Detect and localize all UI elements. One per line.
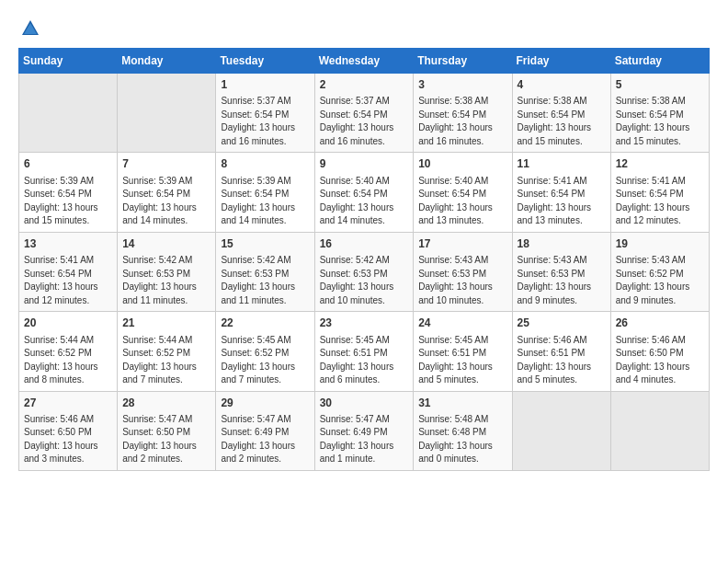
weekday-header-tuesday: Tuesday (216, 49, 314, 74)
calendar-cell: 7Sunrise: 5:39 AM Sunset: 6:54 PM Daylig… (118, 153, 216, 232)
day-number: 25 (518, 316, 606, 331)
day-number: 9 (320, 156, 409, 172)
day-number: 10 (418, 156, 506, 172)
day-info: Sunrise: 5:37 AM Sunset: 6:54 PM Dayligh… (320, 96, 394, 146)
calendar-cell: 9Sunrise: 5:40 AM Sunset: 6:54 PM Daylig… (314, 153, 414, 232)
day-info: Sunrise: 5:39 AM Sunset: 6:54 PM Dayligh… (221, 176, 295, 226)
weekday-header-friday: Friday (512, 49, 610, 74)
day-info: Sunrise: 5:47 AM Sunset: 6:49 PM Dayligh… (320, 414, 394, 465)
day-info: Sunrise: 5:42 AM Sunset: 6:53 PM Dayligh… (221, 255, 295, 305)
calendar-cell: 6Sunrise: 5:39 AM Sunset: 6:54 PM Daylig… (19, 153, 118, 232)
logo-icon (20, 18, 40, 39)
day-number: 23 (320, 316, 409, 331)
calendar-week-row: 20Sunrise: 5:44 AM Sunset: 6:52 PM Dayli… (19, 312, 710, 391)
calendar-cell: 16Sunrise: 5:42 AM Sunset: 6:53 PM Dayli… (314, 232, 414, 311)
calendar-cell: 26Sunrise: 5:46 AM Sunset: 6:50 PM Dayli… (610, 312, 709, 391)
day-info: Sunrise: 5:47 AM Sunset: 6:50 PM Dayligh… (122, 414, 197, 465)
day-info: Sunrise: 5:38 AM Sunset: 6:54 PM Dayligh… (418, 96, 493, 146)
day-number: 8 (221, 156, 309, 172)
calendar-cell: 24Sunrise: 5:45 AM Sunset: 6:51 PM Dayli… (414, 312, 512, 391)
calendar-cell: 1Sunrise: 5:37 AM Sunset: 6:54 PM Daylig… (216, 74, 314, 153)
day-info: Sunrise: 5:39 AM Sunset: 6:54 PM Dayligh… (122, 176, 197, 226)
day-number: 15 (221, 236, 309, 252)
day-number: 4 (518, 77, 606, 93)
day-info: Sunrise: 5:43 AM Sunset: 6:52 PM Dayligh… (616, 255, 690, 305)
calendar-cell: 20Sunrise: 5:44 AM Sunset: 6:52 PM Dayli… (19, 312, 118, 391)
day-number: 7 (122, 156, 210, 172)
calendar-cell: 15Sunrise: 5:42 AM Sunset: 6:53 PM Dayli… (216, 232, 314, 311)
day-info: Sunrise: 5:45 AM Sunset: 6:52 PM Dayligh… (221, 335, 295, 385)
calendar-cell: 10Sunrise: 5:40 AM Sunset: 6:54 PM Dayli… (414, 153, 512, 232)
day-info: Sunrise: 5:41 AM Sunset: 6:54 PM Dayligh… (24, 255, 98, 305)
calendar-cell: 3Sunrise: 5:38 AM Sunset: 6:54 PM Daylig… (414, 74, 512, 153)
day-number: 16 (320, 236, 409, 252)
day-info: Sunrise: 5:47 AM Sunset: 6:49 PM Dayligh… (221, 414, 295, 465)
day-number: 13 (24, 236, 112, 252)
page-header (18, 18, 710, 39)
calendar-cell: 31Sunrise: 5:48 AM Sunset: 6:48 PM Dayli… (414, 391, 512, 470)
day-number: 20 (24, 316, 112, 331)
weekday-header-sunday: Sunday (19, 49, 118, 74)
calendar-cell (19, 74, 118, 153)
calendar-cell: 23Sunrise: 5:45 AM Sunset: 6:51 PM Dayli… (314, 312, 414, 391)
calendar-cell: 21Sunrise: 5:44 AM Sunset: 6:52 PM Dayli… (118, 312, 216, 391)
day-number: 29 (221, 396, 309, 411)
calendar-cell: 19Sunrise: 5:43 AM Sunset: 6:52 PM Dayli… (610, 232, 709, 311)
day-info: Sunrise: 5:46 AM Sunset: 6:50 PM Dayligh… (616, 335, 690, 385)
calendar-week-row: 13Sunrise: 5:41 AM Sunset: 6:54 PM Dayli… (19, 232, 710, 311)
day-number: 11 (518, 156, 606, 172)
day-info: Sunrise: 5:41 AM Sunset: 6:54 PM Dayligh… (518, 176, 592, 226)
calendar-cell: 29Sunrise: 5:47 AM Sunset: 6:49 PM Dayli… (216, 391, 314, 470)
day-info: Sunrise: 5:45 AM Sunset: 6:51 PM Dayligh… (320, 335, 394, 385)
calendar-cell: 11Sunrise: 5:41 AM Sunset: 6:54 PM Dayli… (512, 153, 610, 232)
day-number: 27 (24, 396, 112, 411)
calendar-cell: 12Sunrise: 5:41 AM Sunset: 6:54 PM Dayli… (610, 153, 709, 232)
calendar-cell: 28Sunrise: 5:47 AM Sunset: 6:50 PM Dayli… (118, 391, 216, 470)
day-number: 1 (221, 77, 309, 93)
day-number: 3 (418, 77, 506, 93)
day-info: Sunrise: 5:39 AM Sunset: 6:54 PM Dayligh… (24, 176, 98, 226)
calendar-week-row: 27Sunrise: 5:46 AM Sunset: 6:50 PM Dayli… (19, 391, 710, 470)
day-number: 28 (122, 396, 210, 411)
day-number: 18 (518, 236, 606, 252)
day-info: Sunrise: 5:38 AM Sunset: 6:54 PM Dayligh… (518, 96, 592, 146)
weekday-header-wednesday: Wednesday (314, 49, 414, 74)
day-number: 22 (221, 316, 309, 331)
day-number: 17 (418, 236, 506, 252)
day-number: 5 (616, 77, 704, 93)
calendar-cell: 4Sunrise: 5:38 AM Sunset: 6:54 PM Daylig… (512, 74, 610, 153)
calendar-cell: 14Sunrise: 5:42 AM Sunset: 6:53 PM Dayli… (118, 232, 216, 311)
calendar-header-row: SundayMondayTuesdayWednesdayThursdayFrid… (19, 49, 710, 74)
day-number: 14 (122, 236, 210, 252)
day-info: Sunrise: 5:46 AM Sunset: 6:50 PM Dayligh… (24, 414, 98, 465)
day-info: Sunrise: 5:42 AM Sunset: 6:53 PM Dayligh… (320, 255, 394, 305)
day-info: Sunrise: 5:37 AM Sunset: 6:54 PM Dayligh… (221, 96, 295, 146)
calendar-cell: 30Sunrise: 5:47 AM Sunset: 6:49 PM Dayli… (314, 391, 414, 470)
calendar-cell: 5Sunrise: 5:38 AM Sunset: 6:54 PM Daylig… (610, 74, 709, 153)
day-info: Sunrise: 5:44 AM Sunset: 6:52 PM Dayligh… (24, 335, 98, 385)
day-info: Sunrise: 5:48 AM Sunset: 6:48 PM Dayligh… (418, 414, 493, 465)
day-info: Sunrise: 5:45 AM Sunset: 6:51 PM Dayligh… (418, 335, 493, 385)
day-info: Sunrise: 5:40 AM Sunset: 6:54 PM Dayligh… (418, 176, 493, 226)
weekday-header-saturday: Saturday (610, 49, 709, 74)
calendar-cell: 17Sunrise: 5:43 AM Sunset: 6:53 PM Dayli… (414, 232, 512, 311)
calendar-cell (118, 74, 216, 153)
calendar-cell: 2Sunrise: 5:37 AM Sunset: 6:54 PM Daylig… (314, 74, 414, 153)
logo (18, 18, 42, 39)
day-number: 31 (418, 396, 506, 411)
calendar-cell: 8Sunrise: 5:39 AM Sunset: 6:54 PM Daylig… (216, 153, 314, 232)
day-number: 19 (616, 236, 704, 252)
weekday-header-monday: Monday (118, 49, 216, 74)
day-number: 6 (24, 156, 112, 172)
day-info: Sunrise: 5:44 AM Sunset: 6:52 PM Dayligh… (122, 335, 197, 385)
day-info: Sunrise: 5:43 AM Sunset: 6:53 PM Dayligh… (418, 255, 493, 305)
day-number: 24 (418, 316, 506, 331)
day-info: Sunrise: 5:42 AM Sunset: 6:53 PM Dayligh… (122, 255, 197, 305)
day-number: 26 (616, 316, 704, 331)
calendar-cell (610, 391, 709, 470)
calendar-cell: 18Sunrise: 5:43 AM Sunset: 6:53 PM Dayli… (512, 232, 610, 311)
calendar-week-row: 6Sunrise: 5:39 AM Sunset: 6:54 PM Daylig… (19, 153, 710, 232)
calendar-table: SundayMondayTuesdayWednesdayThursdayFrid… (18, 48, 710, 471)
day-info: Sunrise: 5:43 AM Sunset: 6:53 PM Dayligh… (518, 255, 592, 305)
calendar-cell: 13Sunrise: 5:41 AM Sunset: 6:54 PM Dayli… (19, 232, 118, 311)
